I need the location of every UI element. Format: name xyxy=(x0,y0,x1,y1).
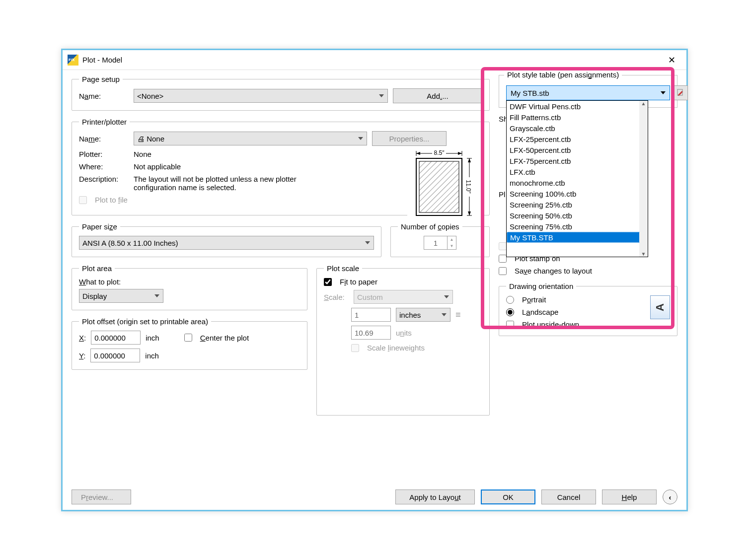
pagesetup-name-label: Name: xyxy=(79,92,129,100)
plotter-label: Plotter: xyxy=(79,150,129,158)
desc-label: Description: xyxy=(79,175,129,183)
chevron-down-icon: ▼ xyxy=(641,251,646,257)
plot-to-file-checkbox xyxy=(79,196,87,204)
copies-input xyxy=(424,236,448,250)
plotoffset-legend: Plot offset (origin set to printable are… xyxy=(79,317,211,326)
printer-legend: Printer/plotter xyxy=(79,118,130,126)
offset-y-unit: inch xyxy=(145,351,159,360)
copies-group: Number of copies ▲▼ xyxy=(390,222,490,257)
portrait-radio[interactable] xyxy=(506,296,514,304)
upside-down-checkbox[interactable] xyxy=(506,321,514,329)
offset-x-unit: inch xyxy=(146,334,159,342)
what-to-plot-label: What to plot: xyxy=(79,278,300,286)
printer-group: Printer/plotter Name: 🖨 None Properties.… xyxy=(72,118,490,215)
apply-to-layout-button[interactable]: Apply to Layout xyxy=(395,490,475,504)
plotstyle-option[interactable]: Screening 50%.ctb xyxy=(507,210,648,221)
scale-select: Custom xyxy=(354,290,453,304)
scale-den-input xyxy=(351,326,391,340)
desc-value: The layout will not be plotted unless a … xyxy=(134,175,312,192)
scale-units2-label: units xyxy=(396,329,412,337)
ok-button[interactable]: OK xyxy=(481,490,535,504)
papersize-select[interactable]: ANSI A (8.50 x 11.00 Inches) xyxy=(79,236,374,250)
plotarea-group: Plot area What to plot: Display xyxy=(72,264,307,310)
cancel-button[interactable]: Cancel xyxy=(541,490,596,504)
preview-button[interactable]: Preview... xyxy=(72,490,131,504)
offset-y-label: Y: xyxy=(79,351,85,360)
fit-to-paper-label: Fit to paper xyxy=(340,278,377,286)
plotstyle-option[interactable]: LFX-25percent.ctb xyxy=(507,134,648,144)
scale-num-input xyxy=(351,308,391,322)
save-changes-checkbox[interactable] xyxy=(499,267,507,275)
printer-name-label: Name: xyxy=(79,135,129,143)
svg-text:11.0″: 11.0″ xyxy=(465,180,472,194)
plotstyle-option[interactable]: LFX-75percent.ctb xyxy=(507,155,648,166)
plotstyle-option[interactable]: LFX-50percent.ctb xyxy=(507,144,648,155)
scale-label: Scale: xyxy=(324,293,349,301)
svg-rect-10 xyxy=(419,161,459,212)
center-plot-label: Center the plot xyxy=(200,334,249,342)
dialog-title: Plot - Model xyxy=(82,56,122,64)
page-setup-legend: Page setup xyxy=(79,75,123,83)
svg-text:8.5″: 8.5″ xyxy=(434,149,445,156)
dropdown-scrollbar[interactable]: ▲▼ xyxy=(639,101,648,257)
plotarea-legend: Plot area xyxy=(79,264,115,273)
offset-x-input[interactable] xyxy=(91,331,141,345)
fit-to-paper-checkbox[interactable] xyxy=(324,278,332,286)
plotstyle-option-selected[interactable]: My STB.STB xyxy=(507,232,648,243)
chevron-left-icon: ‹ xyxy=(669,493,672,501)
plotstyle-option[interactable]: Screening 25%.ctb xyxy=(507,199,648,210)
plot-dialog: F/X Plot - Model ✕ Page setup Name: <Non… xyxy=(61,49,688,511)
scale-lineweights-checkbox xyxy=(351,344,359,352)
plotscale-group: Plot scale Fit to paper Scale: xyxy=(316,264,490,416)
chevron-up-icon: ▲ xyxy=(641,101,646,106)
printer-properties-button[interactable]: Properties... xyxy=(372,131,447,146)
orientation-group: Drawing orientation Portrait Lands xyxy=(499,282,677,336)
what-to-plot-select[interactable]: Display xyxy=(79,289,163,303)
expand-button[interactable]: ‹ xyxy=(663,490,677,504)
offset-y-input[interactable] xyxy=(90,349,140,362)
scale-lineweights-label: Scale lineweights xyxy=(367,344,425,352)
page-setup-group: Page setup Name: <None> Add.... xyxy=(72,75,490,111)
app-icon: F/X xyxy=(68,55,78,66)
plot-stamp-checkbox[interactable] xyxy=(499,255,507,263)
add-pagesetup-button[interactable]: Add.... xyxy=(393,88,482,103)
plotstyle-group: Plot style table (pen assignments) My ST… xyxy=(499,75,677,108)
help-button[interactable]: Help xyxy=(602,490,657,504)
svg-marker-5 xyxy=(458,152,462,155)
plotoffset-group: Plot offset (origin set to printable are… xyxy=(72,317,307,370)
plotstyle-option[interactable]: LFX.ctb xyxy=(507,166,648,177)
plot-to-file-label: Plot to file xyxy=(95,196,128,204)
upside-down-label: Plot upside-down xyxy=(522,320,579,329)
plotstyle-option[interactable]: DWF Virtual Pens.ctb xyxy=(507,101,648,112)
plotstyle-dropdown-list[interactable]: DWF Virtual Pens.ctb Fill Patterns.ctb G… xyxy=(506,100,648,257)
plotstyle-legend: Plot style table (pen assignments) xyxy=(504,70,622,79)
portrait-label: Portrait xyxy=(522,295,546,304)
plotter-value: None xyxy=(134,150,151,158)
landscape-radio[interactable] xyxy=(506,308,514,316)
pagesetup-name-select[interactable]: <None> xyxy=(134,89,388,103)
plotstyle-combobox[interactable]: My STB.stb xyxy=(506,85,670,100)
landscape-label: Landscape xyxy=(522,308,558,316)
close-button[interactable]: ✕ xyxy=(662,53,681,68)
papersize-group: Paper size ANSI A (8.50 x 11.00 Inches) xyxy=(72,222,381,257)
copies-legend: Number of copies xyxy=(398,222,462,231)
plotstyle-option[interactable]: monochrome.ctb xyxy=(507,177,648,188)
plotstyle-option[interactable]: Fill Patterns.ctb xyxy=(507,112,648,123)
printer-name-select[interactable]: 🖨 None xyxy=(134,132,367,145)
center-plot-checkbox[interactable] xyxy=(184,334,192,342)
scale-units-select[interactable]: inches xyxy=(396,308,450,322)
edit-plotstyle-button[interactable] xyxy=(674,85,688,100)
orientation-icon: A xyxy=(650,295,670,319)
svg-marker-4 xyxy=(416,152,420,155)
plotstyle-option[interactable]: Grayscale.ctb xyxy=(507,123,648,134)
equals-icon: ≡ xyxy=(455,310,461,320)
titlebar: F/X Plot - Model ✕ xyxy=(63,50,686,70)
pencil-icon xyxy=(677,89,685,97)
plotstyle-option[interactable]: Screening 100%.ctb xyxy=(507,188,648,199)
papersize-legend: Paper size xyxy=(79,222,120,231)
hide-paperspace-checkbox xyxy=(499,242,507,250)
dialog-footer: Preview... Apply to Layout OK Cancel Hel… xyxy=(63,484,686,510)
paper-preview-icon: 8.5″ 11.0″ xyxy=(407,146,484,223)
plotstyle-option[interactable]: Screening 75%.ctb xyxy=(507,221,648,232)
where-label: Where: xyxy=(79,162,129,171)
